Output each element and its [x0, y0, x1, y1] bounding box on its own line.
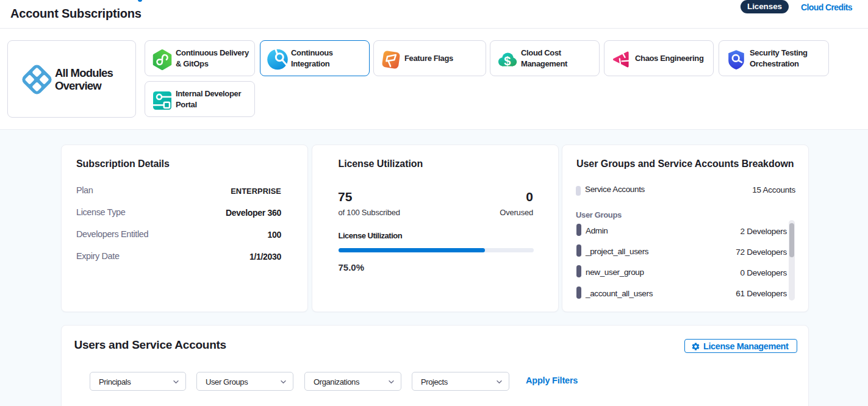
svg-text:$: $: [504, 54, 511, 67]
